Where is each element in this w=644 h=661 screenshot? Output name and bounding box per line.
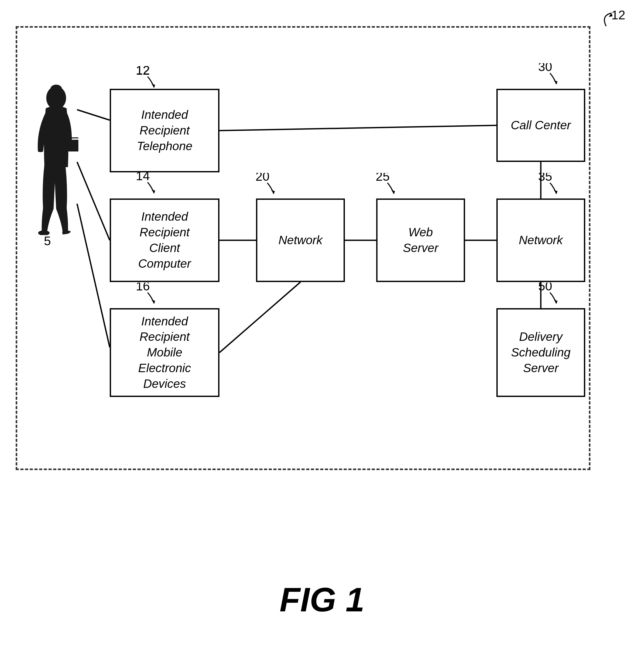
box-telephone: IntendedRecipientTelephone [110,89,220,172]
ref-10-label: 12 [611,8,625,22]
svg-text:35: 35 [538,173,552,183]
svg-text:14: 14 [136,172,150,183]
ref-20-arrow: 20 [253,173,284,199]
box-web-server-label: WebServer [403,225,438,256]
box-network2: Network [497,198,585,282]
box-network1-label: Network [278,232,323,248]
box-delivery-server: DeliverySchedulingServer [497,308,585,397]
page-container: 12 5 IntendedRecipientTelephone 12 12 [0,0,644,661]
ref-14-arrow: 14 [133,172,165,198]
box-network2-label: Network [519,232,563,248]
svg-text:50: 50 [538,283,552,293]
svg-point-2 [50,85,62,93]
svg-rect-4 [71,138,78,141]
box-mobile-devices: IntendedRecipientMobileElectronicDevices [110,308,220,397]
svg-text:30: 30 [538,63,552,74]
svg-text:25: 25 [376,173,390,183]
svg-text:16: 16 [136,283,150,293]
svg-text:12: 12 [136,67,150,77]
box-delivery-server-label: DeliverySchedulingServer [511,329,571,376]
ref-12-arrow: 12 [133,67,165,93]
box-web-server: WebServer [376,198,465,282]
ref-30-arrow: 30 [535,63,567,89]
ref-25-arrow: 25 [373,173,405,199]
svg-text:20: 20 [255,173,269,183]
box-call-center: Call Center [497,89,585,162]
box-call-center-label: Call Center [511,118,571,133]
box-client-computer-label: IntendedRecipientClientComputer [138,209,191,272]
box-network1: Network [256,198,345,282]
figure-label: FIG 1 [279,580,365,619]
ref-50-arrow: 50 [535,283,567,309]
box-telephone-label: IntendedRecipientTelephone [137,107,192,154]
person-silhouette [31,84,78,235]
box-mobile-devices-label: IntendedRecipientMobileElectronicDevices [138,314,191,392]
ref-16-arrow: 16 [133,283,165,309]
ref-5-label: 5 [44,234,51,248]
ref-35-arrow: 35 [535,173,567,199]
box-client-computer: IntendedRecipientClientComputer [110,198,220,282]
